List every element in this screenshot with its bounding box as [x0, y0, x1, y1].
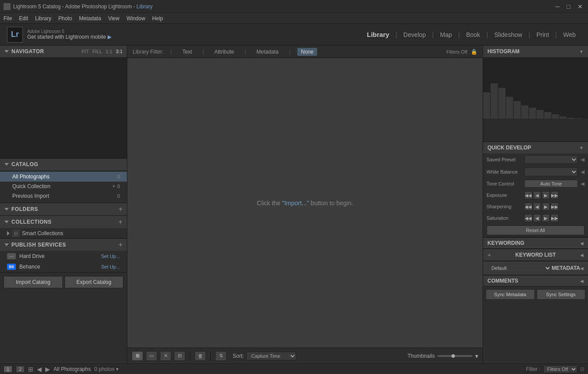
filmstrip-page-1[interactable]: 1 [4, 366, 12, 373]
menu-photo[interactable]: Photo [58, 15, 72, 22]
keywording-header[interactable]: Keywording ◀ [483, 237, 588, 249]
filter-text[interactable]: Text [179, 48, 195, 56]
catalog-item-previous-import[interactable]: Previous Import 0 [0, 191, 127, 201]
keyword-list-header[interactable]: + Keyword List ◀ [483, 249, 588, 261]
catalog-item-quick-collection[interactable]: Quick Collection + 0 [0, 182, 127, 191]
white-balance-control[interactable] [524, 167, 578, 176]
module-print[interactable]: Print [531, 29, 555, 40]
sync-metadata-button[interactable]: Sync Metadata [486, 289, 535, 300]
metadata-header[interactable]: Default Metadata ◀ [483, 261, 588, 275]
histogram-header[interactable]: Histogram ▼ [483, 46, 588, 57]
nav-3-1[interactable]: 3:1 [116, 49, 123, 54]
exposure-minus[interactable]: ◀ [533, 191, 541, 199]
delete-button[interactable]: 🗑 [195, 351, 206, 361]
publish-item-behance[interactable]: Bē Behance Set Up... [0, 261, 127, 272]
white-balance-select[interactable] [525, 169, 577, 175]
filmstrip-filter-select[interactable]: Filters Off Flagged Rated [543, 365, 577, 373]
saved-preset-select[interactable] [525, 156, 577, 163]
title-bar-controls[interactable]: ─ □ ✕ [554, 3, 584, 10]
saturation-plus[interactable]: ▶ [542, 214, 550, 222]
filter-lock-icon[interactable]: 🔒 [471, 49, 477, 55]
publish-services-header[interactable]: Publish Services + [0, 239, 127, 251]
sort-order-button[interactable]: ⇅ [215, 351, 227, 361]
module-develop[interactable]: Develop [398, 29, 431, 40]
keyword-list-add-icon[interactable]: + [487, 251, 491, 258]
module-map[interactable]: Map [435, 29, 457, 40]
quick-develop-header[interactable]: Quick Develop ▼ [483, 142, 588, 153]
svg-rect-3 [498, 88, 505, 119]
import-catalog-button[interactable]: Import Catalog [4, 276, 63, 288]
svg-rect-1 [483, 92, 490, 119]
module-web[interactable]: Web [558, 29, 581, 40]
sort-dropdown[interactable]: Capture Time Added Order Edit Time Ratin… [246, 352, 296, 360]
catalog-header[interactable]: Catalog [0, 159, 127, 170]
sharpening-dbl-plus[interactable]: ▶▶ [551, 203, 559, 211]
behance-setup-link[interactable]: Set Up... [101, 264, 120, 269]
thumbnails-dropdown[interactable]: ▾ [475, 352, 478, 359]
menu-window[interactable]: Window [126, 15, 145, 22]
close-button[interactable]: ✕ [576, 3, 584, 10]
sharpening-minus[interactable]: ◀ [533, 203, 541, 211]
nav-fit[interactable]: FIT [82, 49, 89, 54]
saved-preset-arrow[interactable]: ◀ [581, 156, 584, 163]
collections-header[interactable]: Collections + [0, 216, 127, 228]
filmstrip-next-button[interactable]: ▶ [45, 366, 50, 373]
minimize-button[interactable]: ─ [554, 3, 562, 10]
exposure-dbl-plus[interactable]: ▶▶ [551, 191, 559, 199]
comments-header[interactable]: Comments ◀ [483, 275, 588, 287]
module-book[interactable]: Book [461, 29, 485, 40]
folders-header[interactable]: Folders + [0, 203, 127, 215]
navigator-preview [0, 57, 127, 158]
menu-edit[interactable]: Edit [19, 15, 28, 22]
navigator-header[interactable]: Navigator FIT FILL 1:1 3:1 [0, 46, 127, 57]
module-library[interactable]: Library [362, 29, 395, 40]
menu-metadata[interactable]: Metadata [79, 15, 101, 22]
filmstrip-photos-info[interactable]: 0 photos ▾ [94, 366, 119, 372]
filter-none[interactable]: None [297, 48, 317, 56]
menu-view[interactable]: View [108, 15, 119, 22]
catalog-item-all-photographs[interactable]: All Photographs 0 [0, 172, 127, 182]
loupe-view-button[interactable]: ▭ [146, 351, 157, 361]
nav-1-1[interactable]: 1:1 [105, 49, 112, 54]
filter-metadata[interactable]: Metadata [253, 48, 282, 56]
auto-tone-button[interactable]: Auto Tone [524, 180, 578, 188]
filter-attribute[interactable]: Attribute [211, 48, 238, 56]
quick-collection-add-icon[interactable]: + [112, 183, 115, 189]
window-title-module: Library [137, 4, 153, 10]
publish-item-hard-drive[interactable]: — Hard Drive Set Up... [0, 251, 127, 261]
menu-library[interactable]: Library [35, 15, 51, 22]
sharpening-plus[interactable]: ▶ [542, 203, 550, 211]
module-nav: Library | Develop | Map | Book | Slidesh… [362, 29, 581, 40]
reset-all-button[interactable]: Reset All [487, 225, 584, 235]
saturation-minus[interactable]: ◀ [533, 214, 541, 222]
collections-add-icon[interactable]: + [119, 218, 123, 225]
filmstrip-page-2[interactable]: 2 [16, 366, 25, 373]
exposure-dbl-minus[interactable]: ◀◀ [524, 191, 532, 199]
metadata-preset-select[interactable]: Default [487, 264, 552, 272]
export-catalog-button[interactable]: Export Catalog [65, 276, 124, 288]
folders-add-icon[interactable]: + [119, 206, 123, 213]
exposure-plus[interactable]: ▶ [542, 191, 550, 199]
thumbnail-slider[interactable] [437, 355, 473, 357]
white-balance-arrow[interactable]: ◀ [581, 169, 584, 175]
tone-control-arrow[interactable]: ◀ [581, 181, 584, 187]
module-slideshow[interactable]: Slideshow [489, 29, 528, 40]
hard-drive-setup-link[interactable]: Set Up... [101, 254, 120, 259]
saved-preset-control[interactable] [524, 155, 578, 164]
menu-help[interactable]: Help [152, 15, 163, 22]
nav-fill[interactable]: FILL [92, 49, 102, 54]
compare-view-button[interactable]: ✕ [160, 351, 171, 361]
smart-collections-item[interactable]: ▤ Smart Collections [0, 228, 127, 238]
maximize-button[interactable]: □ [565, 3, 572, 10]
survey-view-button[interactable]: ⊟ [174, 351, 185, 361]
sharpening-dbl-minus[interactable]: ◀◀ [524, 203, 532, 211]
saturation-dbl-minus[interactable]: ◀◀ [524, 214, 532, 222]
publish-services-add-icon[interactable]: + [119, 241, 123, 248]
saturation-dbl-plus[interactable]: ▶▶ [551, 214, 559, 222]
filmstrip-prev-button[interactable]: ◀ [37, 366, 42, 373]
sync-settings-button[interactable]: Sync Settings [537, 289, 586, 300]
filmstrip-collapse-icon[interactable]: ⊟ [580, 366, 584, 372]
grid-view-button[interactable]: ⊞ [132, 351, 143, 361]
filmstrip-grid-icon[interactable]: ⊞ [28, 366, 33, 373]
menu-file[interactable]: File [4, 15, 12, 22]
